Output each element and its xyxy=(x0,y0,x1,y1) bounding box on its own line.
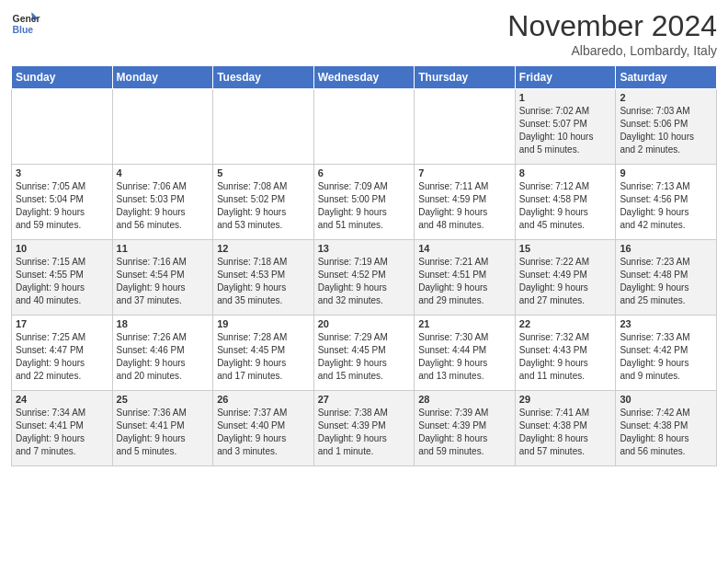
location: Albaredo, Lombardy, Italy xyxy=(507,43,717,58)
calendar-cell: 7Sunrise: 7:11 AM Sunset: 4:59 PM Daylig… xyxy=(415,165,516,240)
calendar-cell: 5Sunrise: 7:08 AM Sunset: 5:02 PM Daylig… xyxy=(213,165,314,240)
day-info: Sunrise: 7:13 AM Sunset: 4:56 PM Dayligh… xyxy=(620,180,712,232)
calendar-header-row: SundayMondayTuesdayWednesdayThursdayFrid… xyxy=(12,66,717,89)
day-number: 8 xyxy=(519,167,612,178)
day-number: 13 xyxy=(318,243,411,254)
calendar-cell xyxy=(12,89,113,165)
month-title: November 2024 xyxy=(507,9,717,43)
svg-text:Blue: Blue xyxy=(13,25,34,35)
week-row-1: 3Sunrise: 7:05 AM Sunset: 5:04 PM Daylig… xyxy=(12,165,717,240)
day-info: Sunrise: 7:28 AM Sunset: 4:45 PM Dayligh… xyxy=(217,331,310,383)
day-number: 6 xyxy=(318,167,411,178)
calendar-cell: 15Sunrise: 7:22 AM Sunset: 4:49 PM Dayli… xyxy=(515,240,616,316)
header-thursday: Thursday xyxy=(415,66,516,89)
calendar-cell xyxy=(213,89,314,165)
day-number: 22 xyxy=(519,318,612,329)
calendar-cell: 13Sunrise: 7:19 AM Sunset: 4:52 PM Dayli… xyxy=(313,240,415,316)
calendar-cell: 30Sunrise: 7:42 AM Sunset: 4:38 PM Dayli… xyxy=(616,391,717,466)
day-info: Sunrise: 7:18 AM Sunset: 4:53 PM Dayligh… xyxy=(217,256,310,307)
day-number: 16 xyxy=(620,243,712,254)
day-number: 12 xyxy=(217,243,310,254)
week-row-0: 1Sunrise: 7:02 AM Sunset: 5:07 PM Daylig… xyxy=(12,89,717,165)
calendar-cell: 10Sunrise: 7:15 AM Sunset: 4:55 PM Dayli… xyxy=(12,240,113,316)
calendar-cell: 22Sunrise: 7:32 AM Sunset: 4:43 PM Dayli… xyxy=(515,316,616,391)
day-number: 17 xyxy=(16,318,108,329)
calendar-cell: 28Sunrise: 7:39 AM Sunset: 4:39 PM Dayli… xyxy=(415,391,516,466)
day-number: 18 xyxy=(117,318,210,329)
day-number: 9 xyxy=(620,167,712,178)
day-number: 3 xyxy=(16,167,108,178)
day-info: Sunrise: 7:15 AM Sunset: 4:55 PM Dayligh… xyxy=(16,256,108,307)
day-info: Sunrise: 7:16 AM Sunset: 4:54 PM Dayligh… xyxy=(117,256,210,307)
day-number: 19 xyxy=(217,318,310,329)
header-monday: Monday xyxy=(112,66,213,89)
day-number: 21 xyxy=(418,318,511,329)
calendar-cell: 11Sunrise: 7:16 AM Sunset: 4:54 PM Dayli… xyxy=(112,240,213,316)
day-info: Sunrise: 7:38 AM Sunset: 4:39 PM Dayligh… xyxy=(318,407,411,458)
header-friday: Friday xyxy=(515,66,616,89)
day-info: Sunrise: 7:33 AM Sunset: 4:42 PM Dayligh… xyxy=(620,331,712,383)
calendar-cell: 21Sunrise: 7:30 AM Sunset: 4:44 PM Dayli… xyxy=(415,316,516,391)
calendar-cell: 23Sunrise: 7:33 AM Sunset: 4:42 PM Dayli… xyxy=(616,316,717,391)
day-info: Sunrise: 7:19 AM Sunset: 4:52 PM Dayligh… xyxy=(318,256,411,307)
week-row-4: 24Sunrise: 7:34 AM Sunset: 4:41 PM Dayli… xyxy=(12,391,717,466)
calendar-cell xyxy=(313,89,415,165)
day-number: 15 xyxy=(519,243,612,254)
day-info: Sunrise: 7:39 AM Sunset: 4:39 PM Dayligh… xyxy=(418,407,511,458)
day-info: Sunrise: 7:09 AM Sunset: 5:00 PM Dayligh… xyxy=(318,180,411,232)
day-number: 7 xyxy=(418,167,511,178)
logo-icon: General Blue xyxy=(11,9,40,39)
day-number: 1 xyxy=(519,92,612,103)
day-number: 29 xyxy=(519,394,612,405)
day-info: Sunrise: 7:30 AM Sunset: 4:44 PM Dayligh… xyxy=(418,331,511,383)
day-info: Sunrise: 7:26 AM Sunset: 4:46 PM Dayligh… xyxy=(117,331,210,383)
day-info: Sunrise: 7:29 AM Sunset: 4:45 PM Dayligh… xyxy=(318,331,411,383)
day-info: Sunrise: 7:02 AM Sunset: 5:07 PM Dayligh… xyxy=(519,105,612,156)
calendar-cell: 17Sunrise: 7:25 AM Sunset: 4:47 PM Dayli… xyxy=(12,316,113,391)
calendar-cell: 6Sunrise: 7:09 AM Sunset: 5:00 PM Daylig… xyxy=(313,165,415,240)
calendar-cell: 9Sunrise: 7:13 AM Sunset: 4:56 PM Daylig… xyxy=(616,165,717,240)
day-info: Sunrise: 7:34 AM Sunset: 4:41 PM Dayligh… xyxy=(16,407,108,458)
calendar-cell: 29Sunrise: 7:41 AM Sunset: 4:38 PM Dayli… xyxy=(515,391,616,466)
calendar-cell: 3Sunrise: 7:05 AM Sunset: 5:04 PM Daylig… xyxy=(12,165,113,240)
header-sunday: Sunday xyxy=(12,66,113,89)
calendar-cell: 16Sunrise: 7:23 AM Sunset: 4:48 PM Dayli… xyxy=(616,240,717,316)
header-wednesday: Wednesday xyxy=(313,66,415,89)
day-number: 10 xyxy=(16,243,108,254)
calendar-cell xyxy=(415,89,516,165)
calendar-cell: 4Sunrise: 7:06 AM Sunset: 5:03 PM Daylig… xyxy=(112,165,213,240)
day-info: Sunrise: 7:06 AM Sunset: 5:03 PM Dayligh… xyxy=(117,180,210,232)
day-number: 2 xyxy=(620,92,712,103)
day-info: Sunrise: 7:22 AM Sunset: 4:49 PM Dayligh… xyxy=(519,256,612,307)
calendar-cell: 12Sunrise: 7:18 AM Sunset: 4:53 PM Dayli… xyxy=(213,240,314,316)
day-info: Sunrise: 7:25 AM Sunset: 4:47 PM Dayligh… xyxy=(16,331,108,383)
day-number: 28 xyxy=(418,394,511,405)
day-info: Sunrise: 7:08 AM Sunset: 5:02 PM Dayligh… xyxy=(217,180,310,232)
calendar-cell: 1Sunrise: 7:02 AM Sunset: 5:07 PM Daylig… xyxy=(515,89,616,165)
day-info: Sunrise: 7:23 AM Sunset: 4:48 PM Dayligh… xyxy=(620,256,712,307)
calendar-cell: 14Sunrise: 7:21 AM Sunset: 4:51 PM Dayli… xyxy=(415,240,516,316)
day-info: Sunrise: 7:05 AM Sunset: 5:04 PM Dayligh… xyxy=(16,180,108,232)
logo: General Blue xyxy=(11,9,40,39)
header-tuesday: Tuesday xyxy=(213,66,314,89)
day-info: Sunrise: 7:42 AM Sunset: 4:38 PM Dayligh… xyxy=(620,407,712,458)
day-number: 14 xyxy=(418,243,511,254)
calendar-cell xyxy=(112,89,213,165)
day-info: Sunrise: 7:21 AM Sunset: 4:51 PM Dayligh… xyxy=(418,256,511,307)
day-number: 25 xyxy=(117,394,210,405)
week-row-2: 10Sunrise: 7:15 AM Sunset: 4:55 PM Dayli… xyxy=(12,240,717,316)
day-info: Sunrise: 7:37 AM Sunset: 4:40 PM Dayligh… xyxy=(217,407,310,458)
day-number: 4 xyxy=(117,167,210,178)
calendar-cell: 19Sunrise: 7:28 AM Sunset: 4:45 PM Dayli… xyxy=(213,316,314,391)
calendar-cell: 27Sunrise: 7:38 AM Sunset: 4:39 PM Dayli… xyxy=(313,391,415,466)
day-number: 24 xyxy=(16,394,108,405)
day-number: 11 xyxy=(117,243,210,254)
day-number: 5 xyxy=(217,167,310,178)
calendar-cell: 2Sunrise: 7:03 AM Sunset: 5:06 PM Daylig… xyxy=(616,89,717,165)
calendar-cell: 25Sunrise: 7:36 AM Sunset: 4:41 PM Dayli… xyxy=(112,391,213,466)
day-info: Sunrise: 7:03 AM Sunset: 5:06 PM Dayligh… xyxy=(620,105,712,156)
day-info: Sunrise: 7:36 AM Sunset: 4:41 PM Dayligh… xyxy=(117,407,210,458)
day-number: 23 xyxy=(620,318,712,329)
title-block: November 2024 Albaredo, Lombardy, Italy xyxy=(507,9,717,58)
calendar-table: SundayMondayTuesdayWednesdayThursdayFrid… xyxy=(11,65,717,466)
